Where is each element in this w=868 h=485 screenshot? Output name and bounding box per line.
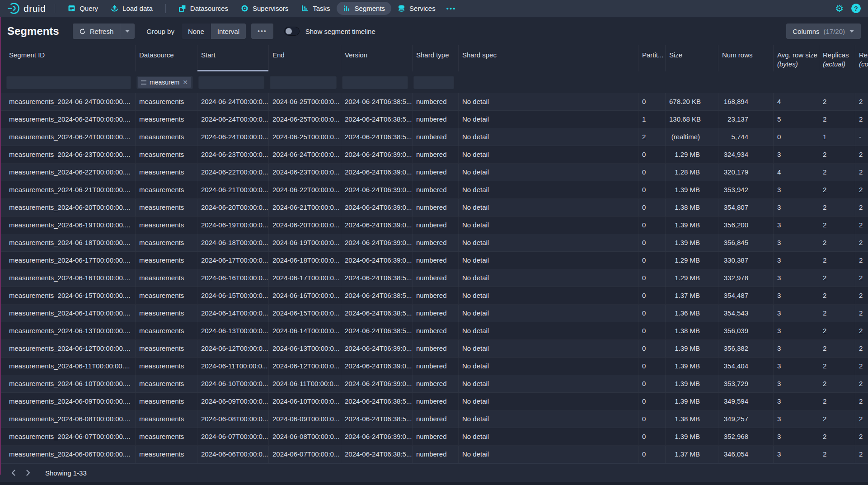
- column-header-end[interactable]: End: [269, 45, 341, 71]
- nav-item-supervisors[interactable]: Supervisors: [235, 2, 295, 15]
- table-row[interactable]: measurements_2024-06-06T00:00:00....meas…: [0, 446, 868, 463]
- columns-button[interactable]: Columns (17/20): [786, 24, 861, 39]
- nav-item-label: Query: [80, 5, 98, 12]
- cell-end: 2024-06-20T00:00:0...: [269, 217, 341, 234]
- table-row[interactable]: measurements_2024-06-23T00:00:00....meas…: [0, 146, 868, 164]
- nav-item-tasks[interactable]: Tasks: [295, 2, 336, 15]
- table-row[interactable]: measurements_2024-06-11T00:00:00....meas…: [0, 358, 868, 375]
- cell-size: 1.29 MB: [666, 269, 718, 287]
- cell-size: 1.36 MB: [666, 305, 718, 322]
- next-page-button[interactable]: [21, 466, 35, 480]
- filter-input-start[interactable]: [198, 75, 264, 89]
- cell-shardType: numbered: [413, 111, 459, 128]
- cell-shardType: numbered: [413, 252, 459, 269]
- refresh-dropdown-button[interactable]: [120, 24, 135, 39]
- cell-start: 2024-06-15T00:00:0...: [197, 287, 269, 304]
- cell-shardType: numbered: [413, 305, 459, 322]
- nav-item-datasources[interactable]: Datasources: [172, 2, 235, 15]
- table-row[interactable]: measurements_2024-06-19T00:00:00....meas…: [0, 217, 868, 234]
- column-header-segmentId[interactable]: Segment ID: [5, 45, 136, 71]
- previous-page-button[interactable]: [6, 466, 21, 480]
- help-icon[interactable]: ?: [851, 4, 861, 13]
- table-row[interactable]: measurements_2024-06-12T00:00:00....meas…: [0, 340, 868, 358]
- segment-timeline-label: Show segment timeline: [305, 28, 375, 35]
- refresh-button[interactable]: Refresh: [73, 24, 120, 39]
- cell-numRows: 354,404: [718, 358, 774, 375]
- settings-gear-icon[interactable]: ⚙: [835, 4, 844, 13]
- filter-input-version[interactable]: [342, 75, 408, 89]
- table-row[interactable]: measurements_2024-06-20T00:00:00....meas…: [0, 199, 868, 217]
- cell-replFactor: 2: [855, 252, 868, 269]
- nav-more-button[interactable]: •••: [442, 2, 461, 15]
- filter-input-shardType[interactable]: [413, 75, 454, 89]
- column-header-datasource[interactable]: Datasource: [136, 45, 197, 71]
- table-row[interactable]: measurements_2024-06-18T00:00:00....meas…: [0, 234, 868, 252]
- table-row[interactable]: measurements_2024-06-13T00:00:00....meas…: [0, 322, 868, 340]
- table-row[interactable]: measurements_2024-06-14T00:00:00....meas…: [0, 305, 868, 322]
- nav-item-services[interactable]: Services: [391, 2, 442, 15]
- cell-partition: 0: [638, 234, 666, 251]
- cell-avgRowSize: 4: [774, 164, 819, 181]
- column-header-start[interactable]: Start: [197, 45, 269, 71]
- cell-start: 2024-06-23T00:00:0...: [197, 146, 269, 163]
- datasource-filter-tag[interactable]: measurem✕: [138, 77, 191, 88]
- column-header-numRows[interactable]: Num rows: [718, 45, 774, 71]
- cell-numRows: 324,934: [718, 146, 774, 163]
- column-header-avgRowSize[interactable]: Avg. row size(bytes): [774, 45, 819, 71]
- group-by-none-button[interactable]: None: [182, 24, 211, 39]
- column-header-size[interactable]: Size: [666, 45, 718, 71]
- table-row[interactable]: measurements_2024-06-24T00:00:00....meas…: [0, 93, 868, 111]
- cell-replFactor: 2: [855, 305, 868, 322]
- nav-item-segments[interactable]: Segments: [337, 2, 392, 15]
- cell-partition: 0: [638, 93, 666, 110]
- column-header-shardType[interactable]: Shard type: [413, 45, 459, 71]
- table-row[interactable]: measurements_2024-06-24T00:00:00....meas…: [0, 111, 868, 128]
- table-row[interactable]: measurements_2024-06-15T00:00:00....meas…: [0, 287, 868, 305]
- filter-input-datasource[interactable]: measurem✕: [136, 75, 193, 89]
- cell-datasource: measurements: [136, 375, 197, 392]
- cell-segmentId: measurements_2024-06-24T00:00:00....: [5, 111, 136, 128]
- table-row[interactable]: measurements_2024-06-21T00:00:00....meas…: [0, 181, 868, 199]
- cell-avgRowSize: 3: [774, 305, 819, 322]
- cell-segmentId: measurements_2024-06-13T00:00:00....: [5, 322, 136, 339]
- cell-end: 2024-06-25T00:00:0...: [269, 93, 341, 110]
- cell-shardType: numbered: [413, 164, 459, 181]
- column-header-shardSpec[interactable]: Shard spec: [459, 45, 638, 71]
- segment-timeline-toggle[interactable]: [284, 27, 300, 36]
- cell-avgRowSize: 3: [774, 428, 819, 445]
- cell-replFactor: 2: [855, 358, 868, 375]
- druid-logo[interactable]: druid: [7, 2, 46, 14]
- column-header-version[interactable]: Version: [341, 45, 413, 71]
- column-header-replicas[interactable]: Replicas(actual): [819, 45, 855, 71]
- table-row[interactable]: measurements_2024-06-24T00:00:00....meas…: [0, 128, 868, 146]
- cell-datasource: measurements: [136, 111, 197, 128]
- column-header-partition[interactable]: Partit...: [638, 45, 666, 71]
- table-row[interactable]: measurements_2024-06-09T00:00:00....meas…: [0, 393, 868, 410]
- more-options-button[interactable]: •••: [251, 24, 273, 39]
- nav-item-label: Datasources: [190, 5, 228, 12]
- cell-replFactor: 2: [855, 146, 868, 163]
- table-row[interactable]: measurements_2024-06-16T00:00:00....meas…: [0, 269, 868, 287]
- nav-item-load-data[interactable]: Load data: [104, 2, 159, 15]
- column-header-replFactor[interactable]: Replication factor(configured): [855, 45, 868, 71]
- table-row[interactable]: measurements_2024-06-17T00:00:00....meas…: [0, 252, 868, 269]
- group-by-interval-button[interactable]: Interval: [211, 24, 246, 39]
- table-row[interactable]: measurements_2024-06-22T00:00:00....meas…: [0, 164, 868, 181]
- remove-filter-icon[interactable]: ✕: [183, 79, 188, 86]
- refresh-label: Refresh: [90, 28, 114, 35]
- cell-segmentId: measurements_2024-06-21T00:00:00....: [5, 181, 136, 198]
- cell-shardSpec: No detail: [459, 446, 638, 463]
- nav-item-query[interactable]: Query: [61, 2, 104, 15]
- table-row[interactable]: measurements_2024-06-10T00:00:00....meas…: [0, 375, 868, 393]
- table-row[interactable]: measurements_2024-06-08T00:00:00....meas…: [0, 410, 868, 428]
- table-row[interactable]: measurements_2024-06-07T00:00:00....meas…: [0, 428, 868, 446]
- cell-partition: 0: [638, 375, 666, 392]
- cell-replFactor: 2: [855, 340, 868, 357]
- filter-input-end[interactable]: [270, 75, 337, 89]
- cell-replFactor: 2: [855, 234, 868, 251]
- druid-logo-icon: [7, 2, 19, 14]
- cell-shardType: numbered: [413, 269, 459, 287]
- filter-input-segmentId[interactable]: [6, 75, 131, 89]
- cell-start: 2024-06-07T00:00:0...: [197, 428, 269, 445]
- cell-partition: 0: [638, 164, 666, 181]
